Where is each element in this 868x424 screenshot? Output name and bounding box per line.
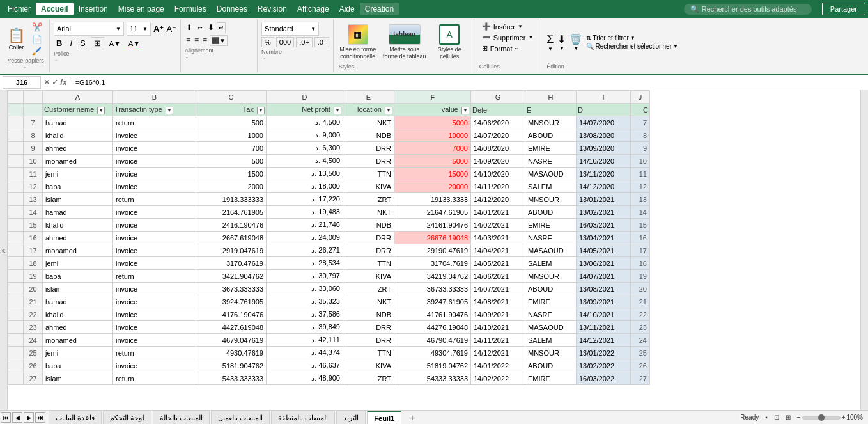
confirm-formula-icon[interactable]: ✓ xyxy=(52,77,59,87)
collapse-left-handle[interactable]: ◁ xyxy=(0,90,8,410)
table-row[interactable]: 20islaminvoice3673.33333333,060 .دZRT367… xyxy=(8,283,650,295)
tab-prev-btn[interactable]: ◀ xyxy=(12,412,22,423)
table-row[interactable]: 9ahmedinvoice7006,300 .دDRR700014/08/202… xyxy=(8,142,650,155)
align-top-button[interactable]: ⬆ xyxy=(185,22,194,33)
align-middle-button[interactable]: ↔ xyxy=(195,22,205,33)
zoom-slider[interactable] xyxy=(802,416,841,420)
bold-button[interactable]: B xyxy=(54,38,65,49)
table-format-button[interactable]: tableau Mettre sous forme de tableau xyxy=(382,24,427,60)
value-filter-btn[interactable]: ▼ xyxy=(461,107,469,114)
number-expand[interactable]: ⌄ xyxy=(261,55,329,61)
view-page-break[interactable]: ⊞ xyxy=(786,414,791,421)
customer-filter-btn[interactable]: ▼ xyxy=(97,107,105,114)
coller-button[interactable]: 📋 Coller xyxy=(5,26,27,52)
table-row[interactable]: 17mohamedinvoice2919.04761926,271 .دDRR2… xyxy=(8,244,650,257)
menu-revision[interactable]: Révision xyxy=(252,3,292,15)
percent-button[interactable]: % xyxy=(261,37,274,47)
conditional-format-button[interactable]: ▦ Mise en forme conditionnelle xyxy=(339,24,377,60)
menu-aide[interactable]: Aide xyxy=(334,3,360,15)
menu-fichier[interactable]: Fichier xyxy=(3,3,36,15)
share-button[interactable]: Partager xyxy=(822,3,865,15)
italic-button[interactable]: I xyxy=(67,38,75,49)
zoom-in[interactable]: + xyxy=(842,414,846,421)
align-center-button[interactable]: ≡ xyxy=(193,35,200,46)
align-right-button[interactable]: ≡ xyxy=(201,35,208,46)
netprofit-filter-btn[interactable]: ▼ xyxy=(334,107,341,114)
view-normal[interactable]: ▪ xyxy=(765,414,768,421)
fill-button[interactable]: ⬇ ▼ xyxy=(557,33,566,51)
font-shrink-button[interactable]: A⁻ xyxy=(166,24,176,34)
table-row[interactable]: 23ahmedinvoice4427.61904839,849 .دDRR442… xyxy=(8,321,650,334)
table-row[interactable]: 27islamreturn5433.33333348,900 .دZRT5433… xyxy=(8,372,650,385)
ribbon-search-box[interactable]: 🔍 Rechercher des outils adaptés xyxy=(684,4,812,15)
font-grow-button[interactable]: A⁺ xyxy=(153,24,164,34)
menu-donnees[interactable]: Données xyxy=(212,3,252,15)
copy-button[interactable]: 📄 xyxy=(30,34,44,45)
underline-button[interactable]: S xyxy=(77,38,88,49)
thousands-button[interactable]: 000 xyxy=(276,37,294,47)
sort-filter-button[interactable]: ⇅ Trier et filtrer ▼ xyxy=(586,35,678,42)
clear-button[interactable]: 🗑️ ▼ xyxy=(570,33,582,51)
table-row[interactable]: 8khalidinvoice10009,000 .دNDB1000014/07/… xyxy=(8,129,650,142)
menu-formules[interactable]: Formules xyxy=(169,3,212,15)
fill-color-button[interactable]: A▼ xyxy=(107,39,123,48)
paste-format-button[interactable]: 🖌️ xyxy=(30,46,44,56)
font-selector[interactable]: Arial ▼ xyxy=(54,22,124,36)
cut-button[interactable]: ✂️ xyxy=(30,22,44,33)
zoom-out[interactable]: − xyxy=(797,414,801,421)
tab-next-btn[interactable]: ▶ xyxy=(24,412,34,423)
insert-button[interactable]: ➕ Insérer ▼ xyxy=(479,22,536,31)
menu-affichage[interactable]: Affichage xyxy=(292,3,334,15)
border-button[interactable]: ⊞ xyxy=(91,37,104,49)
add-sheet-button[interactable]: + xyxy=(405,411,419,425)
function-icon[interactable]: fx xyxy=(60,78,67,87)
table-row[interactable]: 11jemilinvoice150013,500 .دTTN1500014/10… xyxy=(8,168,650,180)
table-row[interactable]: 21hamadinvoice3924.76190535,323 .دNKT392… xyxy=(8,295,650,308)
table-row[interactable]: 24mohamedinvoice4679.04761942,111 .دDRR4… xyxy=(8,334,650,347)
table-row[interactable]: 18jemilinvoice3170.4761928,534 .دTTN3170… xyxy=(8,257,650,270)
cell-reference-box[interactable]: J16 xyxy=(3,76,41,89)
wrap-text-button[interactable]: ↵ xyxy=(217,22,226,33)
increase-decimal-button[interactable]: .0+ xyxy=(296,37,313,47)
table-row[interactable]: 7hamadreturn5004,500 .دNKT500014/06/2020… xyxy=(8,116,650,129)
tab-first-btn[interactable]: ⏮ xyxy=(1,412,11,423)
menu-creation[interactable]: Création xyxy=(360,3,399,15)
cell-styles-button[interactable]: A Styles de cellules xyxy=(432,24,467,60)
sheet-tab[interactable]: المبيعات بالعميل xyxy=(211,411,270,424)
table-row[interactable]: 14hamadinvoice2164.76190519,483 .دNKT216… xyxy=(8,206,650,219)
delete-button[interactable]: ➖ Supprimer ▼ xyxy=(479,33,536,42)
table-row[interactable]: 26babainvoice5181.90476246,637 .دKIVA518… xyxy=(8,359,650,372)
transaction-filter-btn[interactable]: ▼ xyxy=(166,107,173,114)
menu-accueil[interactable]: Accueil xyxy=(36,3,74,15)
formula-input[interactable]: =G16*0.1 xyxy=(73,79,865,86)
table-row[interactable]: 12babainvoice200018,000 .دKIVA2000014/11… xyxy=(8,180,650,193)
format-button[interactable]: ⊞ Format ~ xyxy=(479,43,536,53)
search-select-button[interactable]: 🔍 Rechercher et sélectionner ▼ xyxy=(586,43,678,50)
align-left-button[interactable]: ≡ xyxy=(185,35,192,46)
tab-last-btn[interactable]: ⏭ xyxy=(35,412,45,423)
align-bottom-button[interactable]: ⬇ xyxy=(206,22,215,33)
location-filter-btn[interactable]: ▼ xyxy=(385,107,392,114)
font-size-selector[interactable]: 11 ▼ xyxy=(127,22,151,36)
tax-filter-btn[interactable]: ▼ xyxy=(257,107,265,114)
menu-insertion[interactable]: Insertion xyxy=(74,3,113,15)
autosum-button[interactable]: Σ ▼ xyxy=(546,33,554,52)
merge-button[interactable]: ⬛▼ xyxy=(210,35,228,46)
table-row[interactable]: 15khalidinvoice2416.19047621,746 .دNDB24… xyxy=(8,219,650,232)
sheet-tab[interactable]: المبيعات بالمنطقة xyxy=(271,411,335,424)
table-row[interactable]: 22khalidinvoice4176.19047637,586 .دNDB41… xyxy=(8,308,650,321)
table-row[interactable]: 16ahmedinvoice2667.61904824,009 .دDRR266… xyxy=(8,232,650,244)
table-row[interactable]: 10mohamedinvoice5004,500 .دDRR500014/09/… xyxy=(8,155,650,168)
table-row[interactable]: 25jemilreturn4930.4761944,374 .دTTN49304… xyxy=(8,347,650,359)
sheet-tab[interactable]: لوحة التحكم xyxy=(103,411,151,424)
sheet-tab[interactable]: الترند xyxy=(336,411,366,424)
zoom-thumb[interactable] xyxy=(818,414,825,421)
number-format-selector[interactable]: Standard ▼ xyxy=(261,22,319,36)
sheet-tab[interactable]: قاعدة البيانات xyxy=(49,411,102,424)
menu-mise-en-page[interactable]: Mise en page xyxy=(113,3,169,15)
clipboard-expand[interactable]: ⌄ xyxy=(22,64,27,70)
decrease-decimal-button[interactable]: .0- xyxy=(314,37,329,47)
sheet-tab[interactable]: المبيعات بالحالة xyxy=(153,411,210,424)
table-row[interactable]: 19babareturn3421.90476230,797 .دKIVA3421… xyxy=(8,270,650,283)
alignment-expand[interactable]: ⌄ xyxy=(185,54,253,59)
